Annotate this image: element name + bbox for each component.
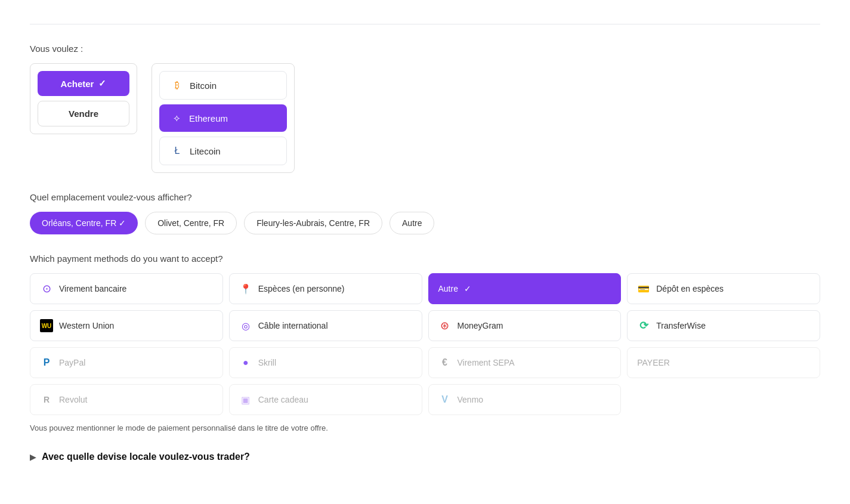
venmo-icon: V: [438, 393, 452, 406]
carte-icon: ▣: [239, 393, 252, 406]
litecoin-icon: Ł: [171, 144, 184, 157]
payment-moneygram[interactable]: ⊛ MoneyGram: [428, 310, 622, 341]
payment-autre[interactable]: Autre ✓: [428, 273, 622, 304]
revolut-icon: R: [40, 393, 53, 406]
location-autre[interactable]: Autre: [390, 212, 434, 234]
location-fleury[interactable]: Fleury-les-Aubrais, Centre, FR: [244, 212, 382, 234]
transferwise-icon: ⟳: [637, 319, 650, 332]
location-olivet[interactable]: Olivet, Centre, FR: [145, 212, 237, 234]
bitcoin-icon: ₿: [171, 79, 184, 92]
virement-icon: ⊙: [40, 282, 53, 295]
bitcoin-button[interactable]: ₿ Bitcoin: [159, 71, 287, 100]
payment-cable[interactable]: ◎ Câble international: [229, 310, 422, 341]
section3-label: Which payment methods do you want to acc…: [30, 253, 820, 264]
payment-grid: ⊙ Virement bancaire 📍 Espèces (en person…: [30, 273, 820, 415]
payment-western[interactable]: WU Western Union: [30, 310, 223, 341]
ethereum-icon: ⟡: [170, 112, 183, 125]
buy-sell-box: Acheter ✓ Vendre: [30, 63, 137, 134]
paypal-icon: P: [40, 356, 53, 369]
western-icon: WU: [40, 319, 53, 332]
acheter-button[interactable]: Acheter ✓: [38, 71, 129, 96]
payment-sepa[interactable]: € Virement SEPA: [428, 347, 622, 378]
payment-virement[interactable]: ⊙ Virement bancaire: [30, 273, 223, 304]
sepa-icon: €: [438, 356, 452, 369]
skrill-icon: ●: [239, 356, 252, 369]
payment-carte[interactable]: ▣ Carte cadeau: [229, 384, 422, 415]
payment-empty: [627, 384, 820, 415]
location-orleans[interactable]: Orléans, Centre, FR ✓: [30, 212, 138, 234]
cable-icon: ◎: [239, 319, 252, 332]
payment-payeer[interactable]: PAYEER: [627, 347, 820, 378]
vendre-button[interactable]: Vendre: [38, 101, 129, 126]
section1-label: Vous voulez :: [30, 44, 820, 54]
payment-transferwise[interactable]: ⟳ TransferWise: [627, 310, 820, 341]
payment-skrill[interactable]: ● Skrill: [229, 347, 422, 378]
crypto-box: ₿ Bitcoin ⟡ Ethereum Ł Litecoin: [152, 63, 295, 173]
especes-icon: 📍: [239, 282, 252, 295]
payment-revolut[interactable]: R Revolut: [30, 384, 223, 415]
section4-collapsible[interactable]: ▶ Avec quelle devise locale voulez-vous …: [30, 452, 820, 462]
payment-especes[interactable]: 📍 Espèces (en personne): [229, 273, 422, 304]
payment-venmo[interactable]: V Venmo: [428, 384, 622, 415]
location-row: Orléans, Centre, FR ✓ Olivet, Centre, FR…: [30, 212, 820, 234]
depot-icon: 💳: [637, 282, 650, 295]
collapsible-arrow: ▶: [30, 453, 36, 462]
payment-paypal[interactable]: P PayPal: [30, 347, 223, 378]
payment-note: Vous pouvez mentionner le mode de paieme…: [30, 423, 820, 432]
section2-label: Quel emplacement voulez-vous afficher?: [30, 192, 820, 202]
ethereum-button[interactable]: ⟡ Ethereum: [159, 104, 287, 132]
litecoin-button[interactable]: Ł Litecoin: [159, 137, 287, 165]
payment-depot[interactable]: 💳 Dépôt en espèces: [627, 273, 820, 304]
section4-label: Avec quelle devise locale voulez-vous tr…: [42, 452, 250, 462]
moneygram-icon: ⊛: [438, 319, 452, 332]
